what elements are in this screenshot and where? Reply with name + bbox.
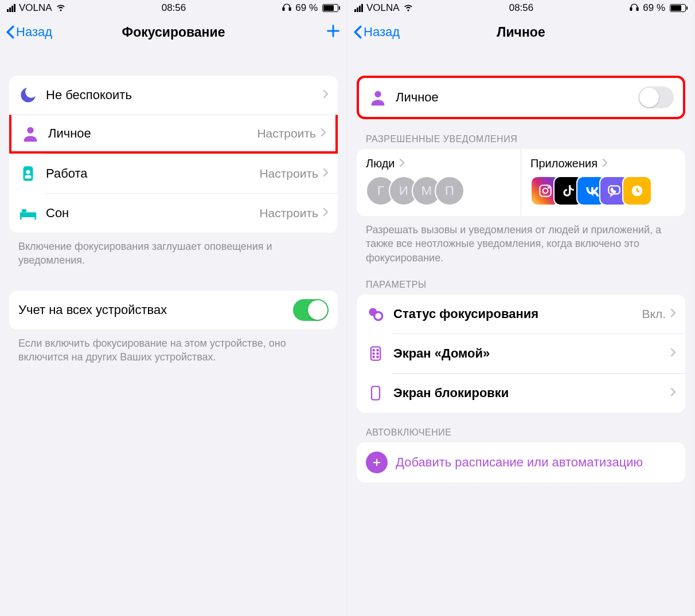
svg-point-26 [373,356,374,358]
people-avatars: Г И М П [366,176,512,206]
allowed-people[interactable]: Люди Г И М П [357,149,521,216]
battery-pct: 69 % [643,2,665,14]
svg-point-4 [27,127,33,133]
clock: 08:56 [162,2,186,14]
signal-icon [354,4,363,12]
headphones-icon [282,2,292,14]
row-label: Учет на всех устройствах [18,303,293,317]
personal-toggle[interactable] [638,87,674,108]
back-button[interactable]: Назад [6,25,52,40]
focus-row-dnd[interactable]: Не беспокоить [9,76,338,115]
chevron-right-icon [321,128,326,139]
svg-point-14 [374,91,381,97]
chevron-right-icon [670,387,676,399]
focus-modes-list: Не беспокоить Личное Настроить Работа На… [9,76,338,233]
svg-rect-11 [22,209,27,213]
back-label: Назад [364,25,400,40]
screen-focus-personal: VOLNA 08:56 69 % Назад Личное Личное [348,0,695,616]
focus-row-sleep[interactable]: Сон Настроить [9,194,338,233]
svg-point-6 [26,170,30,174]
allowed-notifications-card: Люди Г И М П Приложения [357,149,685,216]
signal-icon [7,4,15,12]
row-label: Личное [48,126,257,141]
allowed-footer: Разрешать вызовы и уведомления от людей … [357,216,685,265]
param-home-screen[interactable]: Экран «Домой» [357,334,685,373]
svg-point-23 [377,350,378,351]
add-schedule-label: Добавить расписание или автоматизацию [396,454,643,470]
svg-rect-0 [283,7,284,10]
apps-label: Приложения [530,157,598,170]
carrier-label: VOLNA [366,2,400,14]
status-bar: VOLNA 08:56 69 % [0,0,347,16]
svg-rect-10 [34,215,36,220]
chevron-right-icon [670,348,676,359]
row-label: Экран блокировки [393,386,670,401]
battery-icon [669,4,688,12]
app-icons [530,176,676,206]
add-button[interactable] [325,23,341,41]
row-label: Личное [396,90,638,105]
chevron-right-icon [323,207,329,219]
chevron-right-icon [602,157,608,170]
battery-icon [321,4,340,12]
row-detail: Настроить [259,206,318,220]
bed-icon [18,203,38,223]
people-label: Люди [366,157,395,170]
add-schedule-row[interactable]: Добавить расписание или автоматизацию [357,442,685,482]
focus-row-work[interactable]: Работа Настроить [9,154,338,193]
svg-rect-13 [637,7,638,10]
avatar: П [435,176,464,206]
sync-devices-row[interactable]: Учет на всех устройствах [9,291,338,329]
row-label: Экран «Домой» [393,346,670,361]
params-list: Статус фокусирования Вкл. Экран «Домой» … [357,295,685,413]
person-icon [21,124,40,143]
nav-bar: Назад Личное [348,16,694,48]
row-detail: Вкл. [642,307,666,321]
svg-point-16 [543,189,548,194]
chevron-right-icon [399,157,405,170]
row-detail: Настроить [257,127,316,140]
svg-point-24 [373,353,374,354]
svg-point-20 [374,312,382,320]
nav-bar: Назад Фокусирование [0,16,347,48]
headphones-icon [629,2,639,14]
sync-toggle[interactable] [293,299,329,321]
status-icon [366,304,385,324]
svg-rect-7 [25,175,31,179]
wifi-icon [56,2,66,15]
svg-rect-28 [372,386,380,399]
svg-point-25 [377,353,378,354]
person-icon [368,88,388,107]
param-lock-screen[interactable]: Экран блокировки [357,374,685,413]
sync-footer: Если включить фокусирование на этом устр… [9,329,338,364]
svg-rect-9 [20,215,22,220]
personal-toggle-row[interactable]: Личное [359,78,683,117]
battery-pct: 69 % [295,2,318,14]
svg-point-17 [548,187,549,188]
row-detail: Настроить [259,167,318,181]
back-button[interactable]: Назад [353,25,400,40]
svg-point-22 [373,350,374,351]
auto-header: АВТОВКЛЮЧЕНИЕ [357,413,685,442]
badge-icon [18,164,38,183]
screen-focus-list: VOLNA 08:56 69 % Назад Фокусирование [0,0,348,616]
chevron-right-icon [323,168,329,179]
status-bar: VOLNA 08:56 69 % [348,0,694,16]
allowed-apps[interactable]: Приложения [521,149,685,216]
svg-rect-1 [289,7,291,10]
focus-footer: Включение фокусирования заглушает оповещ… [9,233,338,268]
back-label: Назад [16,25,52,40]
focus-row-personal[interactable]: Личное Настроить [9,115,338,154]
row-label: Статус фокусирования [393,307,642,321]
wifi-icon [403,2,413,15]
clock-icon [622,176,652,206]
params-header: ПАРАМЕТРЫ [357,265,685,295]
clock: 08:56 [509,2,534,14]
carrier-label: VOLNA [19,2,52,14]
svg-point-27 [377,356,378,358]
param-focus-status[interactable]: Статус фокусирования Вкл. [357,295,685,333]
chevron-right-icon [670,308,676,320]
row-label: Сон [46,206,259,221]
plus-circle-icon [366,452,388,473]
home-grid-icon [366,344,385,363]
